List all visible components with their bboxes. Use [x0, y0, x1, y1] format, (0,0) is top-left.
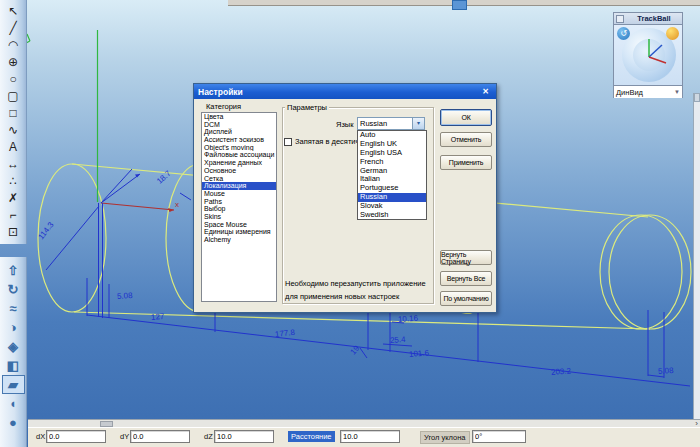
trackball-rotate-button[interactable]: ↺ [617, 27, 630, 40]
trackball-title: TrackBall [626, 14, 682, 23]
settings-dialog: Настройки ✕ Категория ЦветаDCMДисплейАсс… [193, 83, 497, 313]
status-bar: dXdYdZРасстояниеУгол уклона [28, 427, 700, 447]
scroll-up-arrow[interactable] [694, 93, 700, 102]
dimension-tool[interactable]: ↔ [2, 155, 25, 172]
dimension-label: 101.6 [409, 348, 430, 359]
dialog-title: Настройки [198, 87, 479, 97]
status-label-Угол уклона: Угол уклона [420, 431, 470, 444]
status-label-dZ: dZ [204, 432, 213, 441]
category-item[interactable]: Space Mouse [202, 221, 276, 229]
restore-page-button[interactable]: Вернуть Страницу [440, 250, 492, 265]
rounded-rectangle-tool[interactable]: ▢ [2, 87, 25, 104]
category-item[interactable]: Ассистент эскизов [202, 136, 276, 144]
box-solid-tool[interactable]: ◧ [2, 356, 25, 375]
trackball-view-dropdown[interactable]: ДинВид ▼ [614, 85, 682, 98]
category-item[interactable]: Локализация [202, 182, 276, 190]
category-item[interactable]: Skins [202, 213, 276, 221]
trackball-collapse-box[interactable] [616, 15, 624, 23]
status-input-dY[interactable] [130, 430, 190, 443]
status-label-dX: dX [36, 432, 45, 441]
restart-note-line1: Необходимо перезапустить приложение [285, 277, 426, 290]
vertical-scrollbar[interactable] [693, 93, 700, 419]
language-value: Russian [358, 119, 412, 128]
arc-tool[interactable]: ◠ [2, 36, 25, 53]
trackball-home-button[interactable] [666, 27, 679, 40]
trackball-body: ↺ [614, 25, 682, 85]
language-dropdown-list: AutoEnglish UKEnglish USAFrenchGermanIta… [357, 130, 427, 220]
category-item[interactable]: DCM [202, 121, 276, 129]
dimension-label: 127 [151, 312, 165, 322]
detail-view-tool[interactable]: ⊡ [2, 223, 25, 240]
category-item[interactable]: Файловые ассоциаци [202, 151, 276, 159]
category-item[interactable]: Сетка [202, 175, 276, 183]
restore-all-button[interactable]: Вернуть Все [440, 271, 492, 286]
dimension-label: 25.4 [390, 335, 406, 345]
slab-solid-tool[interactable]: ▰ [2, 375, 25, 394]
status-input-dZ[interactable] [214, 430, 274, 443]
trackball-title-bar[interactable]: TrackBall [614, 13, 682, 25]
category-item[interactable]: Основное [202, 167, 276, 175]
ok-button[interactable]: ОК [440, 109, 492, 126]
blend-tool[interactable]: ◈ [2, 337, 25, 356]
status-label-Расстояние: Расстояние [288, 431, 335, 442]
trackball-view-label: ДинВид [616, 88, 674, 97]
select-tool[interactable]: ↖ [2, 2, 25, 19]
point-tool[interactable]: ∴ [2, 172, 25, 189]
decimal-comma-checkbox[interactable] [284, 138, 292, 146]
trim-tool[interactable]: ✗ [2, 189, 25, 206]
trackball-palette: TrackBall ↺ ДинВид ▼ [613, 12, 683, 98]
ellipse-tool[interactable]: ○ [2, 70, 25, 87]
combobox-arrow-icon[interactable]: ▾ [412, 118, 424, 129]
close-icon[interactable]: ✕ [479, 86, 492, 97]
dimension-label: x [175, 200, 179, 209]
restart-note-line2: для применения новых настроек [285, 290, 426, 303]
spline-tool[interactable]: ∿ [2, 121, 25, 138]
cancel-button[interactable]: Отменить [440, 132, 492, 147]
restart-note: Необходимо перезапустить приложение для … [285, 277, 426, 303]
cylinder-solid-tool[interactable]: ● [2, 413, 25, 432]
dimension-label: 10.16 [398, 314, 419, 324]
dimension-label: 5.08 [658, 366, 674, 376]
dimension-label: 203.2 [551, 366, 572, 377]
category-item[interactable]: Paths [202, 198, 276, 206]
category-list: ЦветаDCMДисплейАссистент эскизовObject's… [201, 112, 277, 302]
loft-tool[interactable]: ◑ [2, 318, 25, 337]
circle-tool[interactable]: ⊕ [2, 53, 25, 70]
language-label: Язык [336, 120, 354, 129]
parameters-label: Параметры [285, 103, 329, 112]
dialog-title-bar[interactable]: Настройки ✕ [194, 84, 496, 99]
category-item[interactable]: Хранение данных [202, 159, 276, 167]
language-option[interactable]: Swedish [358, 211, 426, 220]
status-input-Угол уклона[interactable] [472, 430, 526, 443]
horizontal-scrollbar[interactable]: › [28, 419, 700, 427]
defaults-button[interactable]: По умолчанию [440, 291, 492, 306]
status-label-dY: dY [120, 432, 129, 441]
extrude-tool[interactable]: ⇧ [2, 261, 25, 280]
model-axes [22, 30, 174, 212]
rectangle-tool[interactable]: □ [2, 104, 25, 121]
text-tool[interactable]: A [2, 138, 25, 155]
category-item[interactable]: Object's moving [202, 144, 276, 152]
category-item[interactable]: Mouse [202, 190, 276, 198]
line-tool[interactable]: ╱ [2, 19, 25, 36]
category-item[interactable]: Цвета [202, 113, 276, 121]
revolve-tool[interactable]: ↻ [2, 280, 25, 299]
trackball-dropdown-arrow: ▼ [674, 89, 680, 95]
apply-button[interactable]: Применить [440, 155, 492, 170]
status-input-dX[interactable] [46, 430, 106, 443]
toolbar-section-sketch: ↖╱◠⊕○▢□∿A↔∴✗⌐⊡ [0, 0, 27, 244]
dimension-label: 5.08 [117, 291, 133, 301]
sweep-tool[interactable]: ≈ [2, 299, 25, 318]
status-input-Расстояние[interactable] [340, 430, 400, 443]
category-label: Категория [206, 102, 241, 111]
category-item[interactable]: Единицы измерения [202, 228, 276, 236]
category-item[interactable]: Alchemy [202, 236, 276, 244]
toolbar-section-solid: ⇧↻≈◑◈◧▰◖● [0, 257, 27, 447]
language-combobox[interactable]: Russian ▾ [357, 117, 425, 130]
category-item[interactable]: Дисплей [202, 128, 276, 136]
category-item[interactable]: Выбор [202, 205, 276, 213]
application-window: 5.08127177.810.1625.419101.6203.25.08114… [0, 0, 700, 447]
corner-tool[interactable]: ⌐ [2, 206, 25, 223]
fillet-solid-tool[interactable]: ◖ [2, 394, 25, 413]
